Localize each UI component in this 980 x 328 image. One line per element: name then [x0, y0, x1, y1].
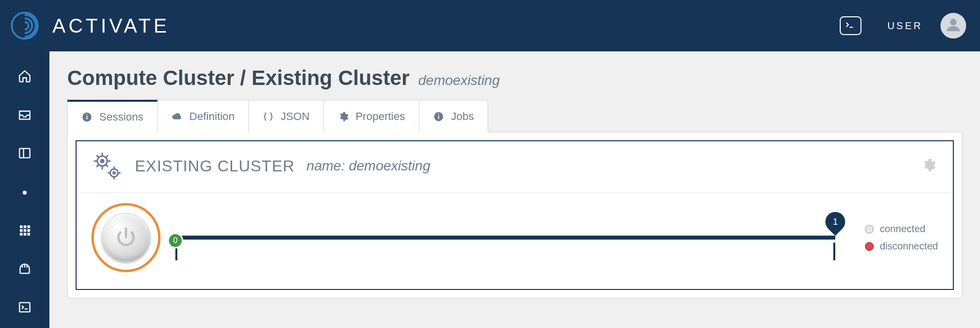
panel-name: name: demoexisting: [307, 158, 431, 174]
brand-text: ACTIVATE: [52, 15, 170, 37]
tab-row: Sessions Definition JSON Properties Jobs: [67, 100, 962, 132]
terminal-icon: [845, 20, 855, 32]
svg-rect-7: [20, 229, 22, 232]
info-icon: [433, 111, 444, 122]
svg-rect-24: [438, 114, 439, 115]
user-avatar[interactable]: [940, 13, 966, 39]
slider-tick-max: [833, 243, 835, 260]
svg-rect-23: [438, 116, 439, 119]
tab-label: Definition: [189, 110, 235, 123]
sidebar-item-panel[interactable]: [16, 145, 34, 163]
panel-outer: EXISTING CLUSTER name: demoexisting: [67, 132, 962, 298]
tab-definition[interactable]: Definition: [157, 100, 249, 132]
svg-line-34: [106, 156, 108, 158]
person-icon: [945, 17, 961, 35]
panel-header: EXISTING CLUSTER name: demoexisting: [77, 141, 953, 193]
svg-rect-12: [27, 233, 30, 235]
breadcrumb-main: Compute Cluster / Existing Cluster: [67, 66, 409, 89]
svg-rect-8: [24, 229, 26, 232]
panel-settings-button[interactable]: [921, 158, 938, 174]
sidebar-item-terminal[interactable]: [16, 299, 34, 317]
svg-rect-2: [20, 149, 30, 158]
panel-left-icon: [18, 146, 32, 162]
panel-inner: EXISTING CLUSTER name: demoexisting: [76, 140, 954, 290]
power-button-wrap: [91, 203, 161, 272]
sidebar: [0, 51, 49, 328]
slider-current-badge[interactable]: 0: [167, 233, 183, 248]
legend-dot-disconnected-icon: [865, 242, 874, 251]
svg-point-0: [12, 13, 38, 39]
terminal-button[interactable]: [840, 16, 861, 35]
slider-max-pin[interactable]: 1: [825, 212, 845, 232]
power-icon: [115, 226, 137, 250]
svg-rect-5: [24, 225, 26, 228]
tab-jobs[interactable]: Jobs: [419, 100, 488, 132]
svg-point-26: [101, 160, 104, 163]
tab-label: Sessions: [99, 111, 143, 123]
svg-rect-11: [24, 233, 26, 235]
brand[interactable]: ACTIVATE: [9, 10, 170, 41]
sidebar-item-home[interactable]: [16, 68, 34, 86]
svg-rect-9: [27, 229, 30, 232]
tab-label: Jobs: [451, 110, 474, 123]
svg-rect-20: [86, 116, 87, 119]
user-label: USER: [887, 20, 923, 32]
svg-point-36: [113, 172, 115, 174]
tab-label: JSON: [281, 110, 310, 123]
slider-max-value: 1: [833, 217, 838, 227]
svg-rect-17: [20, 303, 30, 312]
grid-icon: [18, 224, 31, 239]
tab-label: Properties: [356, 110, 405, 123]
legend-label-disconnected: disconnected: [880, 241, 938, 252]
slider-rail: [175, 236, 835, 240]
svg-rect-4: [20, 225, 22, 228]
tab-json[interactable]: JSON: [248, 100, 324, 132]
legend-dot-connected-icon: [865, 225, 874, 234]
svg-rect-6: [27, 225, 30, 228]
slider-current-value: 0: [173, 236, 178, 245]
svg-rect-21: [86, 115, 87, 116]
tab-sessions[interactable]: Sessions: [67, 100, 158, 132]
legend-label-connected: connected: [880, 223, 925, 235]
home-icon: [18, 69, 32, 85]
terminal-small-icon: [18, 300, 32, 316]
braces-icon: [263, 111, 274, 122]
svg-line-31: [97, 156, 99, 158]
sidebar-item-tunnel[interactable]: [16, 261, 34, 279]
svg-point-1: [950, 19, 956, 25]
page-title: Compute Cluster / Existing Cluster demoe…: [67, 66, 962, 90]
legend: connected disconnected: [865, 223, 938, 252]
panel-body: 0 1 connected disconnected: [77, 193, 953, 289]
inbox-icon: [18, 108, 32, 123]
legend-row-connected: connected: [865, 223, 938, 235]
sidebar-item-dot[interactable]: [16, 184, 34, 202]
tab-properties[interactable]: Properties: [324, 100, 419, 132]
svg-line-32: [106, 164, 108, 166]
gear-icon: [338, 111, 349, 122]
breadcrumb-sub: demoexisting: [418, 73, 500, 88]
power-button[interactable]: [101, 213, 151, 262]
sidebar-item-grid[interactable]: [16, 222, 34, 240]
info-icon: [82, 112, 92, 123]
panel-title: EXISTING CLUSTER: [135, 157, 295, 175]
brand-swirl-icon: [9, 10, 41, 41]
dot-icon: [23, 191, 27, 195]
legend-row-disconnected: disconnected: [865, 241, 938, 252]
cloud-icon: [171, 111, 182, 122]
node-slider[interactable]: 0 1: [175, 208, 835, 267]
gears-icon: [91, 150, 123, 182]
svg-rect-10: [20, 233, 22, 235]
svg-line-33: [97, 164, 99, 166]
top-bar: ACTIVATE USER: [0, 0, 980, 51]
content-area: Compute Cluster / Existing Cluster demoe…: [49, 51, 980, 328]
tunnel-icon: [18, 262, 32, 278]
sidebar-item-inbox[interactable]: [16, 107, 34, 124]
